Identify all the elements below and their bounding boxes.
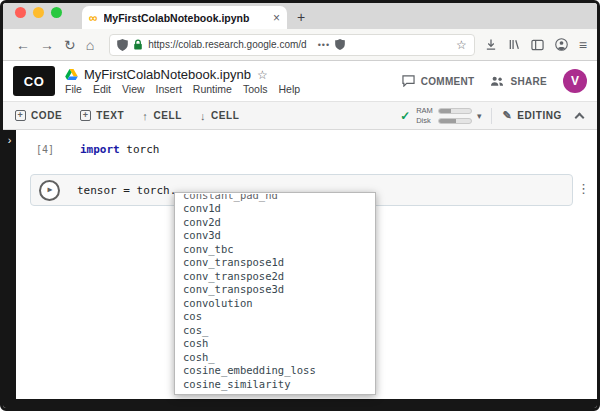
hamburger-menu-icon[interactable]: ≡ (579, 38, 587, 52)
ram-label: RAM (416, 107, 433, 115)
menu-help[interactable]: Help (278, 83, 300, 95)
zoom-window-button[interactable] (51, 7, 62, 18)
bottom-frame-bar (3, 399, 597, 408)
autocomplete-item[interactable]: cos_ (175, 324, 375, 338)
cell2-code-input[interactable]: tensor = torch. (77, 184, 176, 197)
notebook-title-row: MyFirstColabNotebook.ipynb ☆ (65, 67, 402, 82)
autocomplete-item[interactable]: conv_transpose2d (175, 270, 375, 284)
menu-edit[interactable]: Edit (93, 83, 111, 95)
autocomplete-item[interactable]: conv2d (175, 216, 375, 230)
disk-usage-bar (438, 118, 472, 124)
people-icon (490, 75, 504, 87)
autocomplete-item[interactable]: cosine_similarity (175, 378, 375, 392)
add-code-cell-button[interactable]: + CODE (15, 110, 62, 121)
home-icon[interactable]: ⌂ (86, 38, 94, 52)
browser-action-icons: ≡ (485, 38, 587, 52)
plus-icon: + (80, 110, 91, 121)
text-button-label: TEXT (96, 110, 124, 121)
notebook-area: › [4] import torch ▶ tensor = torch. ⋮ c… (3, 130, 597, 399)
notebook-title[interactable]: MyFirstColabNotebook.ipynb (84, 67, 251, 82)
plus-icon: + (15, 110, 26, 121)
account-icon[interactable] (555, 38, 568, 51)
downloads-icon[interactable] (485, 38, 497, 51)
expand-sidebar-chevron-icon[interactable]: › (8, 135, 12, 146)
autocomplete-item[interactable]: convolution (175, 297, 375, 311)
connected-check-icon: ✓ (400, 109, 410, 123)
close-window-button[interactable] (15, 7, 26, 18)
autocomplete-item[interactable]: conv1d (175, 202, 375, 216)
back-icon[interactable]: ← (16, 38, 30, 52)
url-text[interactable]: https://colab.research.google.com/d (148, 39, 306, 50)
browser-navbar: ← → ↻ ⌂ https://colab.research.google.co… (3, 29, 597, 61)
colab-toolbar: + CODE + TEXT ↑ CELL ↓ CELL ✓ RAM Disk ▾… (3, 101, 597, 130)
autocomplete-item[interactable]: conv_transpose3d (175, 283, 375, 297)
menu-insert[interactable]: Insert (156, 83, 182, 95)
add-text-cell-button[interactable]: + TEXT (80, 110, 124, 121)
autocomplete-item[interactable]: cosh (175, 337, 375, 351)
autocomplete-dropdown: constant_pad_nd conv1d conv2d conv3d con… (174, 192, 376, 395)
lock-icon[interactable] (133, 39, 143, 51)
collapse-header-chevron-icon[interactable] (575, 112, 585, 122)
colab-menubar: File Edit View Insert Runtime Tools Help (65, 83, 402, 95)
arrow-up-icon: ↑ (142, 110, 148, 122)
browser-tab[interactable]: ∞ MyFirstColabNotebook.ipynb × (82, 6, 287, 29)
cell-options-icon[interactable]: ⋮ (577, 182, 590, 195)
resources-caret-down-icon[interactable]: ▾ (477, 111, 482, 121)
move-cell-up-button[interactable]: ↑ CELL (142, 110, 182, 122)
sidebar-toggle-icon[interactable] (531, 39, 544, 51)
autocomplete-item[interactable]: conv_transpose1d (175, 256, 375, 270)
resource-meter[interactable]: RAM Disk (416, 107, 472, 125)
toolbar-divider (491, 108, 492, 124)
autocomplete-item[interactable]: cos (175, 310, 375, 324)
autocomplete-item[interactable]: cosh_ (175, 351, 375, 365)
share-button[interactable]: SHARE (490, 75, 547, 87)
comment-label: COMMENT (421, 76, 475, 87)
new-tab-button[interactable]: + (297, 9, 305, 25)
editing-label: EDITING (517, 110, 562, 121)
autocomplete-item[interactable]: conv3d (175, 229, 375, 243)
cell-down-label: CELL (211, 110, 240, 121)
autocomplete-item[interactable]: cosine_embedding_loss (175, 364, 375, 378)
tab-close-icon[interactable]: × (273, 11, 280, 25)
menu-runtime[interactable]: Runtime (193, 83, 232, 95)
comment-button[interactable]: COMMENT (402, 75, 475, 87)
drive-icon (65, 69, 78, 80)
shield-icon[interactable] (117, 39, 128, 51)
ram-usage-bar (438, 108, 472, 114)
execution-count: [4] (36, 144, 64, 155)
address-bar[interactable]: https://colab.research.google.com/d ••• … (109, 34, 475, 56)
colab-favicon-icon: ∞ (89, 12, 98, 24)
bookmark-star-icon[interactable]: ☆ (456, 38, 467, 52)
editing-mode-button[interactable]: ✎ EDITING (502, 109, 562, 122)
autocomplete-item[interactable]: conv_tbc (175, 243, 375, 257)
run-cell-button[interactable]: ▶ (39, 180, 60, 201)
menu-tools[interactable]: Tools (243, 83, 268, 95)
page-actions-icon[interactable]: ••• (318, 40, 330, 50)
library-icon[interactable] (508, 38, 520, 51)
play-icon: ▶ (48, 186, 53, 194)
colab-logo[interactable]: CO (13, 66, 55, 96)
disk-usage-fill (439, 119, 457, 123)
cell1-code[interactable]: import torch (80, 143, 160, 156)
forward-icon[interactable]: → (40, 38, 54, 52)
tab-title: MyFirstColabNotebook.ipynb (104, 12, 267, 24)
header-actions: COMMENT SHARE V (402, 69, 587, 93)
sidebar-rail: › (3, 130, 16, 399)
move-cell-down-button[interactable]: ↓ CELL (200, 110, 240, 122)
autocomplete-item-partial[interactable]: constant_pad_nd (175, 194, 375, 202)
cell-up-label: CELL (153, 110, 182, 121)
menu-view[interactable]: View (122, 83, 145, 95)
ram-usage-fill (439, 109, 451, 113)
code-button-label: CODE (31, 110, 62, 121)
menu-file[interactable]: File (65, 83, 82, 95)
star-notebook-icon[interactable]: ☆ (257, 68, 268, 82)
permissions-shield-icon[interactable] (335, 39, 345, 50)
colab-header: CO MyFirstColabNotebook.ipynb ☆ File Edi… (3, 61, 597, 101)
minimize-window-button[interactable] (33, 7, 44, 18)
share-label: SHARE (510, 76, 547, 87)
reload-icon[interactable]: ↻ (64, 38, 76, 52)
window-controls (15, 3, 62, 29)
header-text: MyFirstColabNotebook.ipynb ☆ File Edit V… (65, 67, 402, 95)
user-avatar[interactable]: V (563, 69, 587, 93)
code-cell-executed[interactable]: [4] import torch (36, 143, 160, 156)
